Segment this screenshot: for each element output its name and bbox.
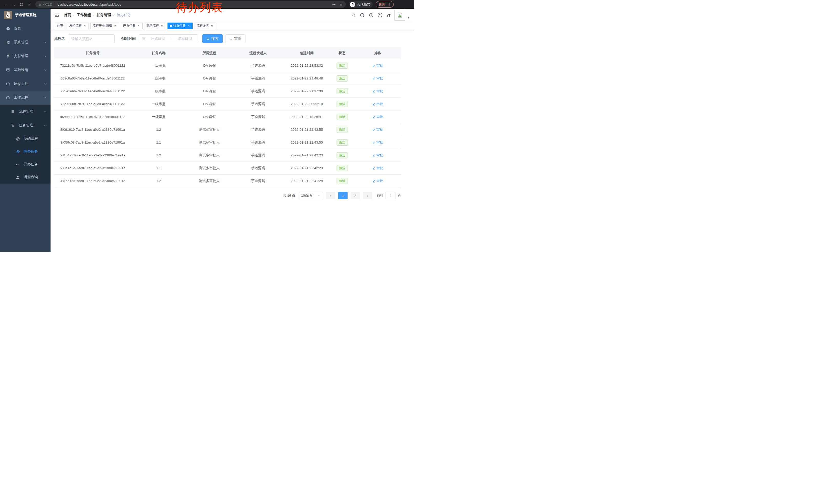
tab-home[interactable]: 首页 bbox=[55, 22, 66, 29]
search-button[interactable]: 搜索 bbox=[202, 34, 223, 43]
close-icon[interactable]: × bbox=[160, 24, 164, 28]
security-warning-icon: ⚠ bbox=[38, 3, 42, 6]
approve-button[interactable]: 审批 bbox=[372, 89, 383, 94]
cell-process: OA 请假 bbox=[186, 72, 233, 85]
page-size-select[interactable]: 10条/页 bbox=[299, 192, 323, 199]
cell-task-id: 069c6a63-7b8a-11ec-8ef0-acde48001122 bbox=[54, 72, 131, 85]
close-icon[interactable]: × bbox=[113, 24, 117, 28]
sidebar-toggle-icon[interactable] bbox=[50, 13, 62, 18]
approve-button[interactable]: 审批 bbox=[372, 140, 383, 145]
goto-page-input[interactable] bbox=[385, 192, 396, 199]
sidebar-logo[interactable]: 芋道管理系统 bbox=[0, 9, 50, 21]
approve-label: 审批 bbox=[377, 166, 383, 171]
cell-create-time: 2022-01-22 18:25:41 bbox=[284, 110, 330, 123]
cell-create-time: 2022-01-21 22:42:23 bbox=[284, 162, 330, 175]
browser-reload-icon[interactable] bbox=[17, 3, 25, 6]
table-body: 73211d9d-7b9b-11ec-b5b7-acde48001122 一级审… bbox=[54, 59, 401, 187]
task-table: 任务编号 任务名称 所属流程 流程发起人 创建时间 状态 操作 73211d9d… bbox=[54, 47, 401, 187]
url-path[interactable]: /bpm/task/todo bbox=[99, 3, 121, 6]
sidebar-item-home[interactable]: 首页 bbox=[0, 21, 50, 35]
cell-actions: 审批 bbox=[354, 162, 401, 175]
approve-label: 审批 bbox=[377, 114, 383, 119]
person-circle-icon bbox=[15, 137, 20, 141]
breadcrumb-workflow[interactable]: 工作流程 bbox=[77, 13, 91, 17]
page-button-2[interactable]: 2 bbox=[350, 192, 360, 199]
close-icon[interactable]: × bbox=[210, 24, 214, 28]
approve-button[interactable]: 审批 bbox=[372, 179, 383, 183]
approve-button[interactable]: 审批 bbox=[372, 166, 383, 171]
url-host[interactable]: dashboard.yudao.iocoder.cn bbox=[57, 3, 99, 6]
search-icon[interactable] bbox=[351, 13, 356, 17]
sidebar-item-devtools[interactable]: 研发工具 bbox=[0, 77, 50, 91]
briefcase-icon bbox=[5, 96, 11, 100]
sidebar-item-task-mgmt[interactable]: 任务管理 bbox=[0, 119, 50, 132]
browser-forward-icon[interactable]: → bbox=[10, 2, 17, 7]
approve-label: 审批 bbox=[377, 153, 383, 158]
page-button-1[interactable]: 1 bbox=[338, 192, 347, 199]
tab-process-detail[interactable]: 流程详情 × bbox=[194, 22, 216, 29]
tab-my-process[interactable]: 我的流程 × bbox=[144, 22, 166, 29]
sidebar-item-label: 基础设施 bbox=[14, 68, 44, 72]
close-icon[interactable]: × bbox=[137, 24, 140, 28]
sidebar-item-leave-query[interactable]: 请假查询 bbox=[0, 171, 50, 184]
sidebar-item-workflow[interactable]: 工作流程 bbox=[0, 91, 50, 104]
breadcrumb-separator: / bbox=[113, 13, 114, 17]
prev-page-button[interactable]: ‹ bbox=[326, 192, 335, 199]
tab-todo-tasks[interactable]: 待办任务 × bbox=[167, 22, 193, 29]
sidebar-item-my-process[interactable]: 我的流程 bbox=[0, 132, 50, 145]
next-page-button[interactable]: › bbox=[363, 192, 372, 199]
create-time-label: 创建时间 bbox=[121, 36, 136, 41]
sidebar-item-process-mgmt[interactable]: 流程管理 bbox=[0, 104, 50, 119]
status-badge: 激活 bbox=[336, 178, 348, 184]
cell-task-name: 一级审批 bbox=[131, 98, 186, 110]
sidebar-item-payment[interactable]: ¥ 支付管理 bbox=[0, 49, 50, 63]
close-icon[interactable]: × bbox=[83, 24, 86, 28]
approve-button[interactable]: 审批 bbox=[372, 76, 383, 81]
security-label[interactable]: 不安全 bbox=[43, 2, 52, 7]
password-key-icon[interactable] bbox=[332, 3, 336, 6]
browser-back-icon[interactable]: ← bbox=[2, 2, 10, 7]
breadcrumb-task-mgmt[interactable]: 任务管理 bbox=[97, 13, 111, 17]
cell-task-id: 8f059c03-7ac8-11ec-a9e2-a2380e71991a bbox=[54, 136, 131, 149]
approve-button[interactable]: 审批 bbox=[372, 153, 383, 158]
sidebar-item-system[interactable]: 系统管理 bbox=[0, 35, 50, 49]
approve-button[interactable]: 审批 bbox=[372, 63, 383, 68]
cell-status: 激活 bbox=[330, 59, 354, 72]
reset-button[interactable]: 重置 bbox=[225, 34, 245, 43]
start-date-placeholder[interactable]: 开始日期 bbox=[147, 36, 169, 41]
avatar[interactable] bbox=[395, 10, 405, 20]
breadcrumb-separator: / bbox=[93, 13, 94, 17]
browser-update-button[interactable]: 更新 ⋮ bbox=[376, 1, 394, 8]
approve-button[interactable]: 审批 bbox=[372, 114, 383, 119]
sidebar-item-done-task[interactable]: 已办任务 bbox=[0, 158, 50, 171]
cell-actions: 审批 bbox=[354, 59, 401, 72]
tab-done-tasks[interactable]: 已办任务 × bbox=[121, 22, 142, 29]
approve-button[interactable]: 审批 bbox=[372, 127, 383, 132]
process-name-input[interactable] bbox=[68, 34, 115, 43]
cell-actions: 审批 bbox=[354, 123, 401, 136]
github-icon[interactable] bbox=[360, 13, 365, 18]
approve-button[interactable]: 审批 bbox=[372, 102, 383, 106]
cell-actions: 审批 bbox=[354, 110, 401, 123]
cell-create-time: 2022-01-22 21:48:48 bbox=[284, 72, 330, 85]
update-label[interactable]: 更新 bbox=[379, 2, 385, 7]
col-actions: 操作 bbox=[354, 47, 401, 59]
sidebar-item-todo-task[interactable]: 待办任务 bbox=[0, 145, 50, 158]
main-area: 首页 / 工作流程 / 任务管理 / 待办任务 bbox=[50, 9, 414, 252]
sidebar-item-infra[interactable]: 基础设施 bbox=[0, 63, 50, 77]
avatar-caret-icon[interactable]: ▾ bbox=[408, 16, 409, 20]
cell-actions: 审批 bbox=[354, 175, 401, 187]
fullscreen-icon[interactable] bbox=[378, 13, 382, 17]
bookmark-star-icon[interactable]: ☆ bbox=[339, 2, 343, 7]
navbar-actions: TT ▾ bbox=[351, 10, 414, 20]
tab-start-process[interactable]: 发起流程 × bbox=[67, 22, 89, 29]
date-range-picker[interactable]: 开始日期 - 结束日期 bbox=[139, 34, 198, 43]
browser-menu-icon[interactable]: ⋮ bbox=[387, 3, 391, 6]
help-icon[interactable] bbox=[369, 13, 374, 18]
close-icon[interactable]: × bbox=[187, 24, 190, 28]
end-date-placeholder[interactable]: 结束日期 bbox=[174, 36, 196, 41]
breadcrumb-home[interactable]: 首页 bbox=[64, 13, 71, 17]
font-size-icon[interactable]: TT bbox=[386, 13, 390, 17]
browser-home-icon[interactable]: ⌂ bbox=[25, 2, 33, 7]
tab-process-form-edit[interactable]: 流程表单-编辑 × bbox=[90, 22, 119, 29]
